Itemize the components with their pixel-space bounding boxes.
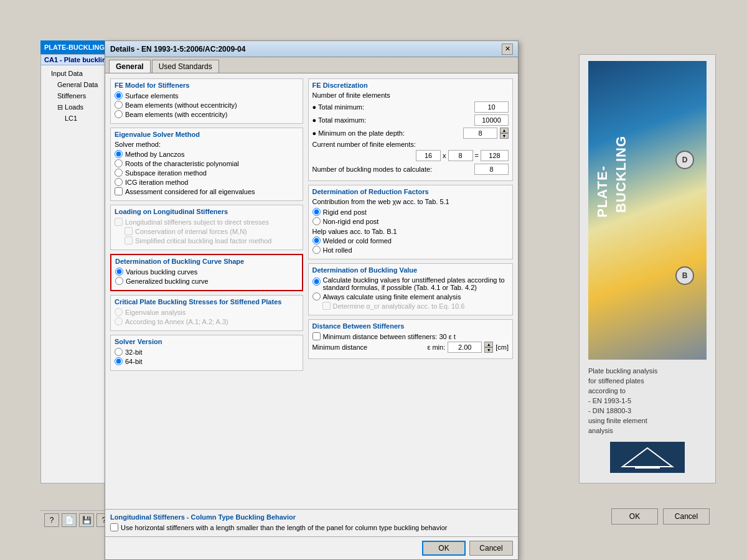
app-cancel-button[interactable]: Cancel — [663, 508, 710, 525]
radio-64bit-input[interactable] — [115, 357, 123, 365]
solver-version-section: Solver Version 32-bit 64-bit — [110, 335, 303, 371]
contribution-label: Contribution from the web χw acc. to Tab… — [312, 198, 509, 205]
radio-subspace-input[interactable] — [115, 169, 123, 177]
determine-alpha-checkbox[interactable] — [322, 302, 331, 310]
buckling-modes-input[interactable] — [474, 164, 509, 175]
radio-characteristic: Roots of the characteristic polynomial — [115, 159, 299, 167]
radio-beam-no-ecc-input[interactable] — [115, 101, 123, 109]
assessment-row: Assessment considered for all eigenvalue… — [115, 187, 299, 195]
critical-plate-title: Critical Plate Buckling Stresses for Sti… — [115, 298, 299, 306]
min-distance-prefix: ε min: — [427, 343, 445, 351]
radio-welded-input[interactable] — [312, 236, 321, 245]
assessment-checkbox[interactable] — [115, 187, 123, 195]
radio-32bit-input[interactable] — [115, 348, 123, 356]
spin-down-1[interactable]: ▼ — [500, 133, 509, 139]
radio-lanczos-input[interactable] — [115, 150, 123, 158]
radio-eigenvalue-analysis-label: Eigenvalue analysis — [125, 309, 186, 316]
radio-characteristic-input[interactable] — [115, 159, 123, 167]
loading-title: Loading on Longitudinal Stiffeners — [115, 208, 299, 215]
radio-rigid-end-post-input[interactable] — [312, 208, 321, 216]
radio-rigid-end-post-label: Rigid end post — [323, 208, 367, 216]
min-distance-value-input[interactable] — [448, 342, 482, 353]
plate-buckling-image: D B PLATE- BUCKLING — [588, 61, 707, 360]
app-ok-button[interactable]: OK — [611, 508, 658, 525]
radio-hot-rolled-input[interactable] — [312, 246, 321, 254]
radio-beam-with-ecc-input[interactable] — [115, 110, 123, 118]
dialog-bottom: Longitudinal Stiffeners - Column Type Bu… — [105, 509, 518, 536]
buckling-curve-section: Determination of Buckling Curve Shape Va… — [110, 254, 303, 291]
toolbar-btn-3[interactable]: 💾 — [79, 513, 94, 527]
fe-model-section: FE Model for Stiffeners Surface elements… — [110, 78, 303, 124]
critical-plate-section: Critical Plate Buckling Stresses for Sti… — [110, 295, 303, 331]
fe-model-title: FE Model for Stiffeners — [115, 82, 299, 89]
buckling-curve-title: Determination of Buckling Curve Shape — [115, 258, 298, 265]
dialog-action-buttons: OK Cancel — [105, 536, 518, 559]
min-plate-label: ● Minimum on the plate depth: — [312, 129, 461, 137]
longitudinal-stiffeners-link[interactable]: Longitudinal Stiffeners - Column Type Bu… — [110, 513, 513, 521]
radio-generalized-buckling-label: Generalized buckling curve — [126, 278, 209, 285]
dialog-tabs: General Used Standards — [105, 57, 518, 73]
min-distance-checkbox[interactable] — [312, 332, 321, 340]
total-min-row: ● Total minimum: — [312, 101, 509, 113]
radio-always-calc-input[interactable] — [312, 292, 321, 301]
radio-various-buckling-input[interactable] — [115, 268, 123, 276]
min-plate-spinner: ▲ ▼ — [500, 128, 509, 139]
tab-general[interactable]: General — [109, 60, 151, 73]
min-distance-check-label: Minimum distance between stiffeners: 30 … — [323, 333, 456, 340]
buckling-modes-row: Number of buckling modes to calculate: — [312, 164, 509, 175]
eigenvalue-section: Eigenvalue Solver Method Solver method: … — [110, 128, 303, 201]
radio-64bit-label: 64-bit — [125, 358, 143, 365]
radio-rigid-end-post: Rigid end post — [312, 208, 509, 216]
radio-annex: According to Annex (A.1; A.2; A.3) — [115, 317, 299, 325]
dialog-cancel-button[interactable]: Cancel — [469, 541, 513, 556]
radio-icg-input[interactable] — [115, 178, 123, 186]
current-num-row: Current number of finite elements: — [312, 141, 509, 148]
radio-surface-input[interactable] — [115, 91, 123, 100]
min-distance-unit: [cm] — [496, 343, 509, 351]
dialog-title: Details - EN 1993-1-5:2006/AC:2009-04 — [110, 45, 245, 54]
radio-welded: Welded or cold formed — [312, 236, 509, 245]
eigenvalue-title: Eigenvalue Solver Method — [115, 131, 299, 138]
spin-down-2[interactable]: ▼ — [484, 347, 493, 353]
total-max-input[interactable] — [474, 114, 509, 126]
solver-version-title: Solver Version — [115, 338, 299, 345]
desc-line-4: - EN 1993-1-5 — [588, 396, 707, 406]
dialog-titlebar: Details - EN 1993-1-5:2006/AC:2009-04 ✕ — [105, 41, 518, 57]
dialog-right-column: FE Discretization Number of finite eleme… — [308, 78, 513, 504]
radio-non-rigid-input[interactable] — [312, 217, 321, 225]
desc-line-1: Plate buckling analysis — [588, 366, 707, 376]
radio-generalized-buckling-input[interactable] — [115, 277, 123, 285]
min-distance-spinner: ▲ ▼ — [484, 342, 493, 353]
loading-conservation-checkbox[interactable] — [125, 227, 133, 235]
eq-total-input[interactable] — [481, 150, 509, 161]
eq-x-input[interactable] — [416, 150, 441, 161]
buckling-value-title: Determination of Buckling Value — [312, 266, 509, 274]
radio-eigenvalue-analysis-input[interactable] — [115, 308, 123, 316]
spin-up-2[interactable]: ▲ — [484, 342, 493, 347]
distance-section: Distance Between Stiffeners Minimum dist… — [308, 319, 513, 359]
loading-direct-checkbox[interactable] — [115, 218, 123, 226]
dialog-close-button[interactable]: ✕ — [502, 44, 513, 55]
horizontal-stiffeners-checkbox[interactable] — [110, 523, 118, 531]
eq-y-input[interactable] — [448, 150, 473, 161]
loading-simplified-checkbox[interactable] — [125, 236, 133, 245]
radio-beam-no-ecc-label: Beam elements (without eccentricity) — [125, 101, 237, 109]
loading-conservation-row: Conservation of internal forces (M,N) — [115, 227, 299, 235]
tab-used-standards[interactable]: Used Standards — [152, 60, 219, 73]
total-min-input[interactable] — [474, 101, 509, 113]
radio-32bit-label: 32-bit — [125, 348, 143, 356]
radio-eigenvalue-analysis: Eigenvalue analysis — [115, 308, 299, 316]
radio-annex-input[interactable] — [115, 317, 123, 325]
loading-direct-label: Longitudinal stiffeners subject to direc… — [125, 218, 269, 226]
total-max-row: ● Total maximum: — [312, 114, 509, 126]
determine-alpha-label: Determine α_cr analytically acc. to Eq. … — [333, 302, 465, 310]
toolbar-btn-2[interactable]: 📄 — [62, 513, 77, 527]
radio-calc-unstiffened-input[interactable] — [312, 278, 321, 286]
spin-up-1[interactable]: ▲ — [500, 128, 509, 133]
radio-subspace-label: Subspace iteration method — [125, 169, 207, 177]
dialog-ok-button[interactable]: OK — [422, 541, 466, 556]
min-plate-input[interactable] — [463, 128, 497, 139]
radio-icg: ICG iteration method — [115, 178, 299, 186]
right-panel-description: Plate buckling analysis for stiffened pl… — [588, 366, 707, 436]
toolbar-btn-1[interactable]: ? — [44, 513, 59, 527]
